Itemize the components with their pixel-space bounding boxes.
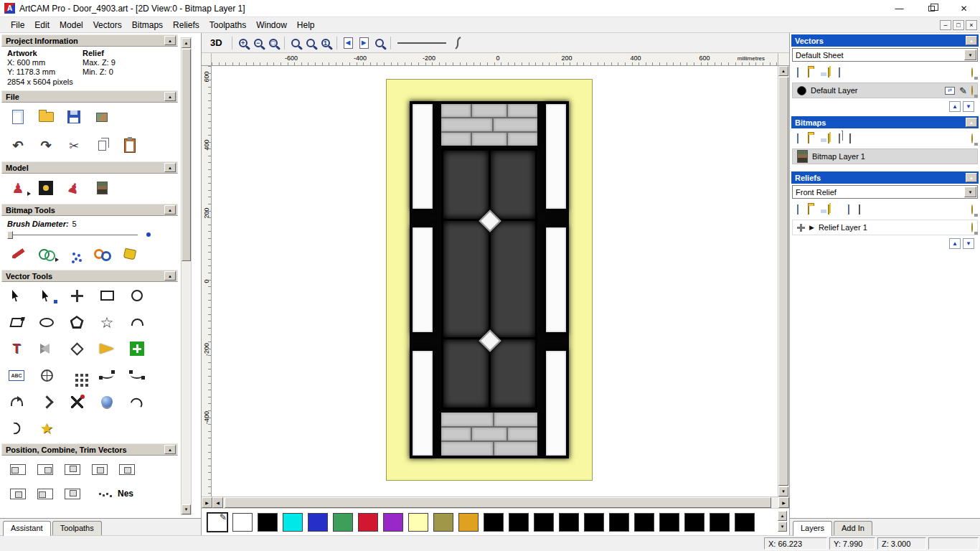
brush-diameter-slider[interactable]	[7, 230, 172, 240]
align-bottom-icon[interactable]	[90, 460, 109, 479]
dropdown-arrow-icon[interactable]: ▼	[964, 187, 976, 197]
slice-icon[interactable]	[63, 484, 82, 503]
scroll-left-button[interactable]: ◀	[212, 497, 223, 508]
model-preview-icon[interactable]	[37, 179, 55, 197]
cut-icon[interactable]: ✂	[65, 136, 83, 155]
create-arc-icon[interactable]	[128, 313, 146, 331]
copy-bitmap-icon[interactable]	[839, 134, 840, 143]
bitmap-tools-header[interactable]: Bitmap Tools ▲	[1, 204, 178, 216]
align-center-icon[interactable]	[118, 460, 136, 479]
assistant-scrollbar[interactable]: ▲ ▼	[181, 37, 192, 515]
arc-fit-icon[interactable]	[7, 392, 26, 411]
color-swatch[interactable]	[609, 513, 629, 532]
collapse-file-button[interactable]: ▲	[164, 92, 176, 101]
open-relief-icon[interactable]	[808, 205, 809, 214]
create-polyline-icon[interactable]	[7, 313, 26, 331]
save-model-icon[interactable]	[65, 108, 83, 126]
paste-weave-icon[interactable]	[128, 339, 146, 358]
add-relief-icon[interactable]	[797, 224, 805, 232]
brush-slider-handle[interactable]	[7, 231, 13, 239]
move-layer-down-button[interactable]: ▼	[963, 238, 974, 249]
relief-layer-row[interactable]: ▶ Relief Layer 1	[792, 220, 978, 235]
zoom-out-icon[interactable]: −	[254, 39, 263, 47]
relief-page-icon[interactable]	[848, 205, 849, 214]
transform-tool-icon[interactable]	[67, 286, 86, 305]
scroll-down-button[interactable]: ▼	[182, 504, 191, 514]
active-color-swatch[interactable]: ✎	[207, 513, 227, 532]
color-swatch[interactable]	[710, 513, 730, 532]
import-icon[interactable]	[93, 108, 111, 126]
preview-bitmap-icon[interactable]	[849, 134, 851, 143]
spray-icon[interactable]	[65, 245, 83, 263]
collapse-project-information-button[interactable]: ▲	[164, 36, 176, 45]
combine-icon[interactable]	[9, 484, 27, 503]
undo-icon[interactable]: ↶	[9, 136, 27, 155]
position-combine-trim-header[interactable]: Position, Combine, Trim Vectors ▲	[1, 443, 178, 456]
open-model-icon[interactable]	[37, 108, 55, 126]
color-swatch[interactable]	[509, 513, 529, 532]
view-3d-button[interactable]: 3D	[207, 37, 225, 49]
mdi-close-button[interactable]: ×	[966, 20, 977, 30]
offset-tool-icon[interactable]	[98, 339, 116, 358]
color-swatch[interactable]	[358, 513, 378, 532]
menu-bitmaps[interactable]: Bitmaps	[127, 19, 168, 32]
pane-toggle-button[interactable]: ▶	[202, 497, 212, 508]
tab-assistant[interactable]: Assistant	[3, 521, 51, 536]
redo-icon[interactable]: ↷	[37, 136, 55, 155]
menu-reliefs[interactable]: Reliefs	[168, 19, 204, 32]
zoom-last-icon[interactable]	[375, 39, 384, 47]
file-section-header[interactable]: File ▲	[1, 90, 178, 103]
mdi-restore-button[interactable]: □	[953, 20, 964, 30]
color-swatch[interactable]	[735, 513, 755, 532]
menu-help[interactable]: Help	[292, 19, 320, 32]
scroll-thumb[interactable]	[778, 77, 788, 486]
color-swatch[interactable]	[659, 513, 679, 532]
scroll-right-button[interactable]: ▶	[778, 497, 789, 508]
paint-brush-icon[interactable]	[9, 245, 27, 263]
zoom-scale-icon[interactable]: 1	[321, 39, 330, 47]
collapse-bitmap-tools-button[interactable]: ▲	[164, 205, 176, 215]
bitmap-layer-row[interactable]: Bitmap Layer 1	[792, 149, 978, 164]
restore-button[interactable]	[915, 0, 948, 17]
expand-relief-caret-icon[interactable]: ▶	[809, 224, 814, 231]
create-ellipse-icon[interactable]	[37, 313, 56, 331]
toggle-all-visibility-icon[interactable]	[971, 205, 973, 214]
star-wizard-icon[interactable]: ★	[37, 419, 56, 438]
canvas-viewport[interactable]	[212, 66, 778, 496]
trim-vectors-icon[interactable]	[67, 392, 86, 411]
menu-model[interactable]: Model	[55, 19, 88, 32]
create-polygon-icon[interactable]	[67, 313, 86, 331]
spline-tool-icon[interactable]	[128, 392, 146, 411]
extrude-tool-icon[interactable]	[98, 392, 116, 411]
zoom-window-icon[interactable]: □	[269, 39, 278, 47]
model-figure-icon[interactable]: ♟	[9, 179, 27, 197]
create-text-icon[interactable]: T	[7, 339, 26, 358]
zoom-fit-icon[interactable]	[291, 39, 300, 47]
model-section-header[interactable]: Model ▲	[1, 161, 178, 174]
join-curves-icon[interactable]	[128, 366, 146, 385]
import-bitmap-icon[interactable]	[828, 134, 829, 143]
dropdown-arrow-icon[interactable]: ▼	[964, 50, 976, 60]
color-swatch[interactable]	[232, 513, 253, 532]
bitmaps-header[interactable]: Bitmaps ▲	[791, 116, 979, 128]
layer-visibility-icon[interactable]	[971, 86, 973, 95]
wrap-text-icon[interactable]	[37, 339, 56, 358]
link-icon[interactable]: ⇄	[945, 87, 955, 95]
import-vectors-icon[interactable]	[828, 68, 829, 77]
scroll-up-button[interactable]: ▲	[778, 66, 788, 76]
import-relief-icon[interactable]	[828, 205, 829, 214]
move-layer-up-button[interactable]: ▲	[949, 238, 961, 249]
collapse-position-button[interactable]: ▲	[164, 445, 176, 454]
align-left-icon[interactable]	[9, 460, 27, 479]
new-bitmap-layer-icon[interactable]	[797, 134, 798, 143]
texture-wrap-icon[interactable]	[37, 366, 56, 385]
measure-tool-icon[interactable]	[67, 339, 86, 358]
minimize-button[interactable]: —	[883, 0, 915, 17]
model-image-icon[interactable]	[93, 179, 111, 197]
color-swatch[interactable]	[408, 513, 428, 532]
create-circle-icon[interactable]	[128, 286, 146, 305]
colour-picker-icon[interactable]	[37, 245, 55, 263]
palette-down-button[interactable]: ▼	[778, 522, 787, 532]
color-swatch[interactable]	[308, 513, 328, 532]
scroll-down-button[interactable]: ▼	[778, 486, 788, 496]
